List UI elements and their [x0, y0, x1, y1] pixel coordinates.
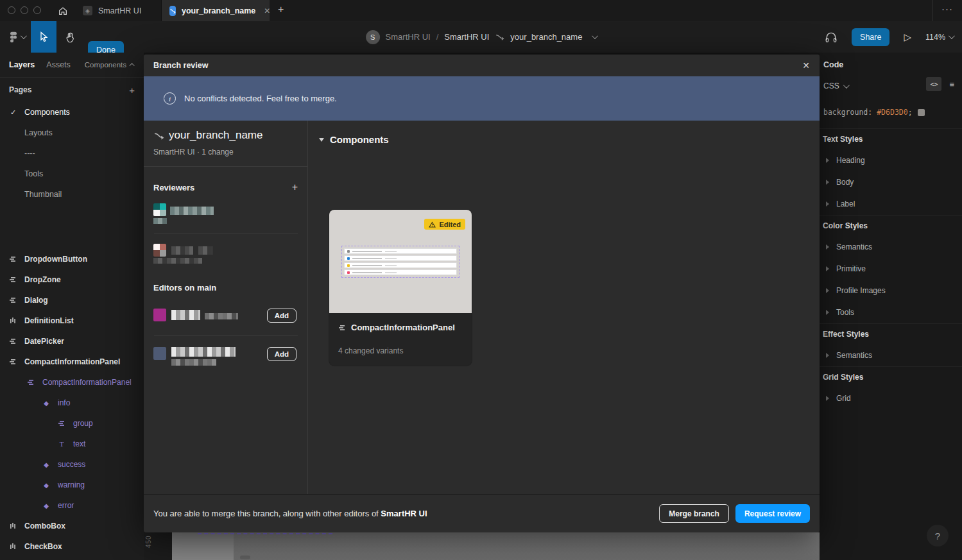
caret-right-icon [826, 201, 829, 207]
style-group-item[interactable]: Semantics [820, 344, 962, 366]
style-group-item[interactable]: Body [820, 171, 962, 193]
move-tool-selected[interactable] [31, 21, 56, 53]
hand-tool[interactable] [58, 21, 82, 53]
variant-icon [9, 276, 17, 284]
chevron-down-icon [843, 82, 850, 89]
layer-item[interactable]: group [0, 413, 144, 434]
style-section-header: Text Styles [820, 129, 962, 149]
style-group-item[interactable]: Label [820, 193, 962, 215]
page-label: ---- [24, 149, 35, 158]
style-group-label: Label [836, 199, 855, 208]
breadcrumb-org[interactable]: SmartHR UI [386, 32, 431, 42]
help-button[interactable]: ? [927, 525, 949, 547]
tab-layers[interactable]: Layers [9, 60, 35, 69]
breadcrumb-branch[interactable]: your_branch_name [510, 32, 582, 42]
style-section-header: Grid Styles [820, 367, 962, 387]
layer-item[interactable]: ◆info [0, 393, 144, 413]
canvas-frame[interactable] [172, 532, 820, 560]
css-code-line: background: #D6D3D0 ; [823, 108, 962, 117]
style-group-item[interactable]: Heading [820, 149, 962, 171]
caret-right-icon [826, 353, 829, 358]
zoom-menu[interactable]: 114% [925, 33, 953, 42]
layer-label: CheckBox [24, 542, 62, 551]
chevron-down-icon [949, 33, 955, 39]
add-editor-button[interactable]: Add [267, 347, 296, 361]
window-menu-icon[interactable]: ··· [941, 3, 953, 14]
code-view-icon[interactable]: <> [926, 77, 941, 91]
divider [154, 233, 298, 233]
layer-item[interactable]: ◆warning [0, 475, 144, 495]
style-group-label: Body [836, 178, 854, 187]
tab-close-icon[interactable]: ✕ [264, 6, 270, 15]
tab-assets[interactable]: Assets [46, 60, 71, 69]
add-page-button[interactable]: + [129, 85, 135, 96]
layer-label: success [58, 460, 85, 469]
divider [154, 335, 298, 336]
traffic-light-zoom[interactable] [33, 6, 41, 14]
style-group-item[interactable]: Tools [820, 301, 962, 323]
layer-item[interactable]: Ttext [0, 434, 144, 454]
layer-item[interactable]: ◆error [0, 495, 144, 516]
page-label: Tools [24, 169, 43, 178]
edited-badge: Edited [424, 219, 465, 230]
current-page-toggle[interactable]: Components [85, 61, 135, 69]
page-item[interactable]: Tools [0, 164, 144, 184]
layer-item[interactable]: DatePicker [0, 331, 144, 352]
redacted-name [171, 246, 193, 255]
add-reviewer-button[interactable]: + [292, 182, 298, 193]
style-group-item[interactable]: Profile Images [820, 280, 962, 301]
layer-item[interactable]: DefinitionList [0, 310, 144, 331]
component-icon: ◆ [42, 481, 50, 489]
layer-item[interactable]: Calender [0, 557, 144, 560]
breadcrumb-file[interactable]: SmartHR UI [444, 32, 489, 42]
tab-label: SmartHR UI [98, 6, 141, 15]
layer-item[interactable]: Dialog [0, 290, 144, 310]
page-item[interactable]: ---- [0, 143, 144, 164]
home-button[interactable] [50, 0, 75, 21]
canvas-area[interactable]: 450 [144, 532, 820, 560]
component-set-icon [9, 543, 17, 550]
layer-item[interactable]: DropZone [0, 269, 144, 290]
page-item[interactable]: ✓Components [0, 102, 144, 123]
chevron-down-icon[interactable] [592, 33, 598, 39]
tab-branch-active[interactable]: your_branch_name ✕ [162, 0, 270, 21]
page-item[interactable]: Thumbnail [0, 184, 144, 205]
style-group-item[interactable]: Primitive [820, 258, 962, 280]
headphones-icon[interactable] [825, 31, 837, 43]
file-breadcrumb[interactable]: S SmartHR UI / SmartHR UI your_branch_na… [366, 21, 597, 53]
variant-status-dot [347, 250, 350, 253]
redacted-text [352, 265, 382, 266]
request-review-button[interactable]: Request review [735, 504, 810, 523]
component-icon: ◆ [42, 399, 50, 407]
style-group-item[interactable]: Semantics [820, 236, 962, 258]
component-preview: Edited [329, 210, 472, 313]
page-item[interactable]: Layouts [0, 123, 144, 143]
close-icon[interactable]: ✕ [802, 60, 810, 71]
chevron-down-icon [20, 33, 26, 39]
layer-item[interactable]: CompactInformationPanel [0, 352, 144, 372]
present-icon[interactable]: ▷ [904, 31, 911, 43]
components-section-header[interactable]: Components [319, 134, 820, 145]
pages-header: Pages + [0, 78, 144, 102]
layer-label: group [73, 419, 93, 428]
traffic-light-close[interactable] [8, 6, 15, 14]
avatar [153, 203, 166, 216]
share-button[interactable]: Share [852, 28, 889, 46]
new-tab-button[interactable]: + [278, 4, 284, 15]
code-list-icon[interactable]: ≡ [949, 80, 954, 89]
horizontal-scrollbar[interactable] [240, 556, 250, 559]
traffic-light-minimize[interactable] [21, 6, 28, 14]
layer-item[interactable]: CheckBox [0, 536, 144, 557]
tab-smarthr-ui[interactable]: ◈ SmartHR UI [75, 0, 162, 21]
layer-item[interactable]: DropdownButton [0, 253, 144, 269]
component-change-card[interactable]: Edited CompactInformationPanel 4 changed… [329, 210, 472, 366]
home-icon [58, 6, 68, 16]
add-editor-button[interactable]: Add [267, 309, 296, 323]
main-menu-button[interactable] [4, 21, 30, 53]
layer-item[interactable]: CompactInformationPanel [0, 372, 144, 393]
code-language-select[interactable]: CSS [823, 81, 839, 90]
layer-item[interactable]: ComboBox [0, 516, 144, 536]
merge-branch-button[interactable]: Merge branch [659, 504, 729, 523]
layer-item[interactable]: ◆success [0, 454, 144, 475]
style-group-item[interactable]: Grid [820, 387, 962, 409]
